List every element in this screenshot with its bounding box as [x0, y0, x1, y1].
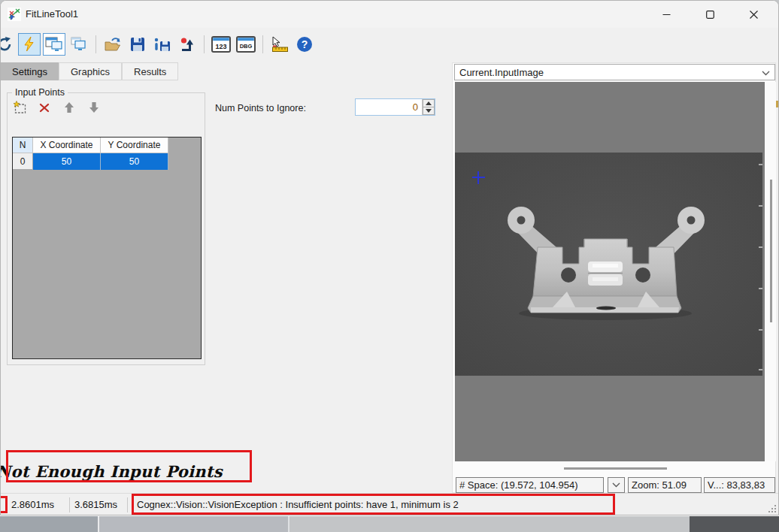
tab-settings[interactable]: Settings: [1, 62, 59, 80]
toolbar-separator: [204, 35, 205, 53]
float-display-button[interactable]: [68, 33, 90, 56]
image-viewport[interactable]: [455, 82, 765, 461]
save-image-icon: [153, 36, 171, 53]
space-coordinates-box[interactable]: # Space: (19.572, 104.954): [456, 477, 604, 493]
delete-point-button[interactable]: [37, 100, 52, 115]
background-window: [0, 515, 779, 532]
monitor-copy-icon: [70, 37, 88, 52]
lightning-icon: [21, 36, 38, 53]
help-glyph: ?: [302, 38, 308, 50]
toolbar-separator: [262, 35, 263, 53]
move-up-button[interactable]: [62, 100, 77, 115]
x-value-cell[interactable]: 50: [33, 153, 101, 170]
arrow-down-icon: [88, 101, 100, 113]
electric-runmode-button[interactable]: [43, 33, 65, 56]
add-point-icon: [13, 101, 27, 114]
total-time: 3.6815ms: [74, 499, 117, 510]
toolbar-separator: [95, 35, 96, 53]
open-button[interactable]: [102, 33, 124, 56]
save-icon: [129, 36, 146, 53]
statusbar-divider: [127, 497, 128, 512]
record-input-button[interactable]: [176, 33, 199, 56]
pixel-value-box[interactable]: V...: 83,83,83: [704, 477, 775, 493]
window-title: FitLineTool1: [26, 8, 78, 20]
vertical-scrollbar-thumb[interactable]: [770, 180, 772, 322]
points-table: N X Coordinate Y Coordinate 0 50 50: [12, 137, 202, 359]
process-time: 2.8601ms: [11, 499, 54, 510]
debug-dbg-icon: DBG: [236, 36, 256, 53]
open-folder-icon: [104, 36, 122, 53]
tab-results[interactable]: Results: [122, 62, 178, 80]
crosshair-icon: [477, 171, 479, 184]
save-image-button[interactable]: [151, 33, 174, 56]
bracket-part-image: [455, 153, 762, 376]
main-toolbar: 123 DBG: [1, 29, 778, 59]
chevron-down-icon: [612, 482, 620, 488]
annotation-box-warning: [6, 450, 252, 482]
statusbar-divider: [69, 497, 70, 512]
num-points-ignore-label: Num Points to Ignore:: [215, 103, 306, 113]
values-123-icon: 123: [211, 36, 231, 53]
move-down-button[interactable]: [86, 100, 102, 115]
close-button[interactable]: [736, 1, 771, 28]
y-value-cell[interactable]: 50: [101, 153, 168, 170]
fitline-app-icon: [8, 8, 21, 21]
maximize-icon: [706, 11, 714, 19]
show-values-button[interactable]: 123: [210, 33, 232, 56]
background-panel-right: [690, 515, 779, 532]
measure-button[interactable]: [268, 33, 291, 56]
docked-panel-edge: [776, 101, 779, 107]
background-divider: [288, 515, 289, 532]
num-points-ignore-input[interactable]: 0: [356, 99, 422, 115]
refresh-button[interactable]: [0, 33, 16, 56]
background-edge: [0, 515, 779, 516]
header-n[interactable]: N: [13, 138, 33, 153]
minimize-button[interactable]: [649, 1, 684, 28]
space-dropdown-button[interactable]: [608, 477, 625, 493]
run-tool-button[interactable]: [18, 33, 41, 56]
arrow-up-icon: [63, 101, 75, 113]
spinner-up-button[interactable]: [423, 99, 435, 107]
image-info-row: # Space: (19.572, 104.954) Zoom: 51.09 V…: [453, 477, 777, 494]
zoom-level-box[interactable]: Zoom: 51.09: [628, 477, 702, 493]
input-points-label: Input Points: [12, 87, 68, 98]
vertical-scrollbar[interactable]: [766, 82, 776, 461]
background-divider: [98, 515, 99, 532]
horizontal-scrollbar-thumb[interactable]: [564, 467, 667, 470]
image-source-dropdown[interactable]: Current.InputImage: [454, 64, 775, 80]
chevron-down-icon: [762, 71, 770, 76]
image-display-panel: Current.InputImage: [452, 62, 776, 493]
num-points-ignore-spinner: 0: [355, 98, 435, 116]
delete-x-icon: [38, 101, 50, 113]
title-bar[interactable]: FitLineTool1: [1, 1, 778, 28]
image-source-value: Current.InputImage: [459, 67, 544, 78]
ruler-cursor-icon: [270, 36, 289, 53]
background-panel-left: [0, 515, 98, 532]
debug-window-button[interactable]: DBG: [235, 33, 257, 56]
down-triangle-icon: [426, 109, 432, 113]
resize-grip[interactable]: [767, 503, 777, 514]
close-icon: [750, 11, 758, 19]
row-index-cell[interactable]: 0: [13, 153, 33, 170]
fitlinetool-window: FitLineTool1: [0, 0, 779, 515]
table-row: 0 50 50: [13, 153, 201, 170]
maximize-button[interactable]: [693, 1, 727, 28]
tab-graphics[interactable]: Graphics: [59, 62, 122, 80]
help-button[interactable]: ?: [293, 33, 316, 56]
add-point-button[interactable]: [12, 100, 27, 115]
help-icon: ?: [296, 36, 313, 53]
header-y-coordinate[interactable]: Y Coordinate: [101, 138, 168, 153]
points-table-header: N X Coordinate Y Coordinate: [13, 138, 201, 153]
calc-label: 123: [215, 43, 226, 50]
save-button[interactable]: [126, 33, 149, 56]
screen: FitLineTool1: [0, 0, 779, 532]
annotation-box-error: [132, 494, 615, 515]
minimize-icon: [662, 11, 671, 19]
points-toolbar: [12, 100, 102, 115]
tab-strip: Settings Graphics Results: [1, 62, 178, 80]
dbg-label: DBG: [240, 43, 253, 50]
up-triangle-icon: [426, 101, 432, 105]
spinner-down-button[interactable]: [423, 107, 435, 115]
header-x-coordinate[interactable]: X Coordinate: [33, 138, 101, 153]
input-points-group: Input Points: [7, 92, 205, 365]
